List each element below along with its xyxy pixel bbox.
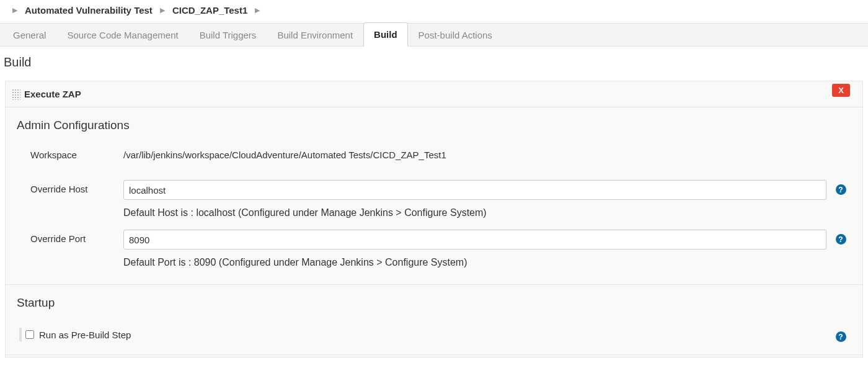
label-workspace: Workspace [30,146,123,160]
tab-scm[interactable]: Source Code Management [56,23,188,47]
build-step-title: Execute ZAP [24,89,81,99]
row-workspace: Workspace /var/lib/jenkins/workspace/Clo… [6,140,862,160]
row-override-port: Override Port Default Port is : 8090 (Co… [6,223,862,273]
chevron-right-icon: ▶ [160,6,165,14]
advanced-bar-icon [19,328,22,341]
help-icon[interactable]: ? [836,331,846,342]
subsection-startup: Startup [6,285,862,317]
help-icon[interactable]: ? [836,184,846,195]
build-step-header: Execute ZAP X [6,81,862,107]
section-title-build: Build [0,47,868,81]
override-host-input[interactable] [123,180,826,200]
tab-build-environment[interactable]: Build Environment [267,23,363,47]
chevron-right-icon: ▶ [12,6,17,14]
label-override-host: Override Host [30,180,123,194]
override-port-input[interactable] [123,230,826,250]
prebuild-checkbox[interactable] [25,330,34,339]
breadcrumb-item-folder[interactable]: Automated Vulnerability Test [25,5,153,16]
row-prebuild: Run as Pre-Build Step ? [6,317,862,352]
tab-build-triggers[interactable]: Build Triggers [189,23,267,47]
hint-override-port: Default Port is : 8090 (Configured under… [123,257,826,268]
build-step-execute-zap: Execute ZAP X Admin Configurations Works… [5,81,863,358]
tab-build[interactable]: Build [363,22,408,47]
tab-general[interactable]: General [2,23,56,47]
help-icon[interactable]: ? [836,234,846,245]
breadcrumb-item-job[interactable]: CICD_ZAP_Test1 [172,5,247,16]
hint-override-host: Default Host is : localhost (Configured … [123,207,826,218]
row-override-host: Override Host Default Host is : localhos… [6,174,862,223]
drag-handle-icon[interactable] [12,89,20,100]
breadcrumb: ▶ Automated Vulnerability Test ▶ CICD_ZA… [0,0,868,23]
config-tabs: General Source Code Management Build Tri… [0,23,868,47]
tab-post-build[interactable]: Post-build Actions [408,23,503,47]
delete-step-button[interactable]: X [832,84,850,97]
value-workspace: /var/lib/jenkins/workspace/CloudAdventur… [123,146,826,160]
subsection-admin-config: Admin Configurations [6,107,862,140]
label-prebuild[interactable]: Run as Pre-Build Step [39,330,830,340]
label-override-port: Override Port [30,230,123,244]
chevron-right-icon: ▶ [255,6,260,14]
